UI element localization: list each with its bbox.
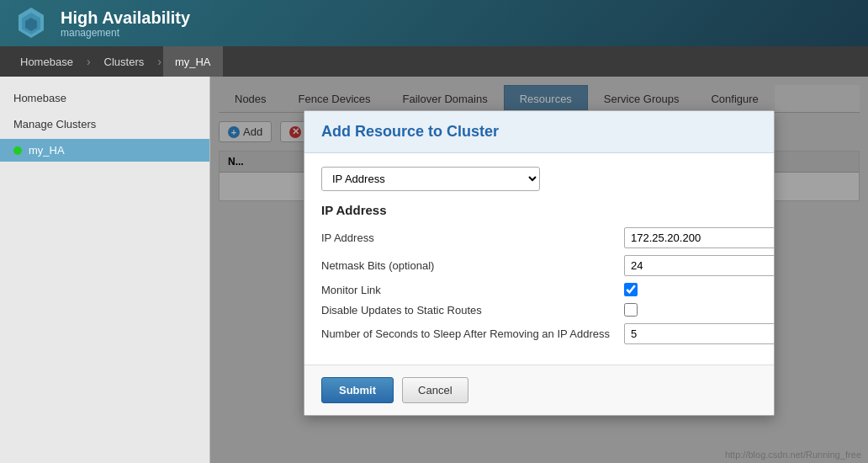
input-sleep-seconds[interactable] <box>624 323 775 344</box>
checkbox-monitor-link[interactable] <box>624 283 638 296</box>
modal-header: Add Resource to Cluster <box>304 111 774 153</box>
nav-sep-1: › <box>85 55 93 68</box>
app-title: High Availability <box>61 8 190 27</box>
nav-clusters[interactable]: Clusters <box>93 46 156 77</box>
label-monitor-link: Monitor Link <box>321 284 624 296</box>
sidebar: Homebase Manage Clusters my_HA <box>0 77 210 463</box>
modal-body: IP Address Filesystem NFS Mount Script O… <box>304 153 774 365</box>
resource-type-select[interactable]: IP Address Filesystem NFS Mount Script O… <box>321 167 540 191</box>
modal-title: Add Resource to Cluster <box>321 123 757 141</box>
add-resource-modal: Add Resource to Cluster IP Address Files… <box>304 110 775 416</box>
content-area: Nodes Fence Devices Failover Domains Res… <box>210 77 868 463</box>
field-row-monitor-link: Monitor Link <box>321 283 757 296</box>
label-netmask: Netmask Bits (optional) <box>321 259 624 272</box>
input-ip-address[interactable] <box>624 227 775 248</box>
modal-footer: Submit Cancel <box>304 365 774 415</box>
sidebar-item-manage-clusters[interactable]: Manage Clusters <box>0 111 209 137</box>
label-ip-address: IP Address <box>321 232 624 244</box>
cancel-button[interactable]: Cancel <box>402 377 468 403</box>
nav-bar: Homebase › Clusters › my_HA <box>0 46 868 77</box>
sidebar-cluster-my-ha[interactable]: my_HA <box>0 139 209 162</box>
field-row-ip-address: IP Address <box>321 227 757 248</box>
nav-my-ha[interactable]: my_HA <box>163 46 223 77</box>
header: High Availability management <box>0 0 868 46</box>
header-title-block: High Availability management <box>61 8 190 39</box>
checkbox-disable-updates[interactable] <box>624 303 638 317</box>
ha-logo-icon <box>13 6 49 41</box>
main-layout: Homebase Manage Clusters my_HA Nodes Fen… <box>0 77 868 463</box>
field-row-disable-updates: Disable Updates to Static Routes <box>321 303 757 317</box>
sidebar-item-homebase[interactable]: Homebase <box>0 85 209 111</box>
app-subtitle: management <box>61 27 190 39</box>
nav-sep-2: › <box>156 55 163 68</box>
section-title: IP Address <box>321 203 757 217</box>
label-disable-updates: Disable Updates to Static Routes <box>321 304 624 317</box>
modal-overlay: Add Resource to Cluster IP Address Files… <box>210 77 868 463</box>
nav-homebase[interactable]: Homebase <box>8 46 85 77</box>
field-row-sleep-seconds: Number of Seconds to Sleep After Removin… <box>321 323 757 344</box>
submit-button[interactable]: Submit <box>321 377 394 403</box>
field-row-netmask: Netmask Bits (optional) <box>321 255 757 276</box>
cluster-label: my_HA <box>29 144 65 157</box>
input-netmask[interactable] <box>624 255 775 276</box>
cluster-status-dot <box>13 146 22 155</box>
label-sleep-seconds: Number of Seconds to Sleep After Removin… <box>321 327 624 340</box>
